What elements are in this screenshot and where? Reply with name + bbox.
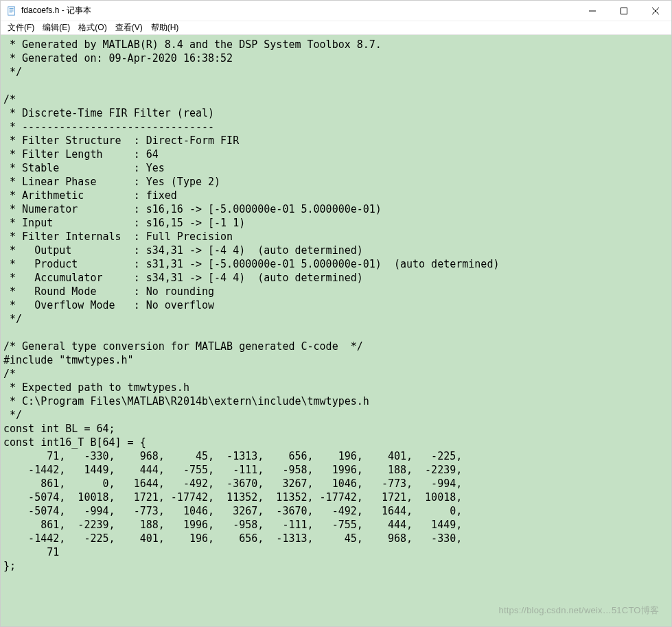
- watermark: https://blog.csdn.net/weix…51CTO博客: [499, 604, 659, 617]
- menu-edit[interactable]: 编辑(E): [38, 22, 74, 34]
- svg-rect-6: [621, 8, 627, 14]
- menubar: 文件(F) 编辑(E) 格式(O) 查看(V) 帮助(H): [1, 21, 671, 35]
- menu-file[interactable]: 文件(F): [3, 22, 38, 34]
- editor-content[interactable]: * Generated by MATLAB(R) 8.4 and the DSP…: [1, 35, 671, 626]
- minimize-button[interactable]: [577, 1, 608, 21]
- titlebar: fdacoefs.h - 记事本: [1, 1, 671, 21]
- close-button[interactable]: [640, 1, 671, 21]
- window-controls: [577, 1, 671, 21]
- window-title: fdacoefs.h - 记事本: [21, 5, 577, 16]
- menu-help[interactable]: 帮助(H): [147, 22, 183, 34]
- menu-view[interactable]: 查看(V): [111, 22, 147, 34]
- maximize-button[interactable]: [608, 1, 640, 21]
- app-icon: [6, 5, 17, 16]
- menu-format[interactable]: 格式(O): [74, 22, 111, 34]
